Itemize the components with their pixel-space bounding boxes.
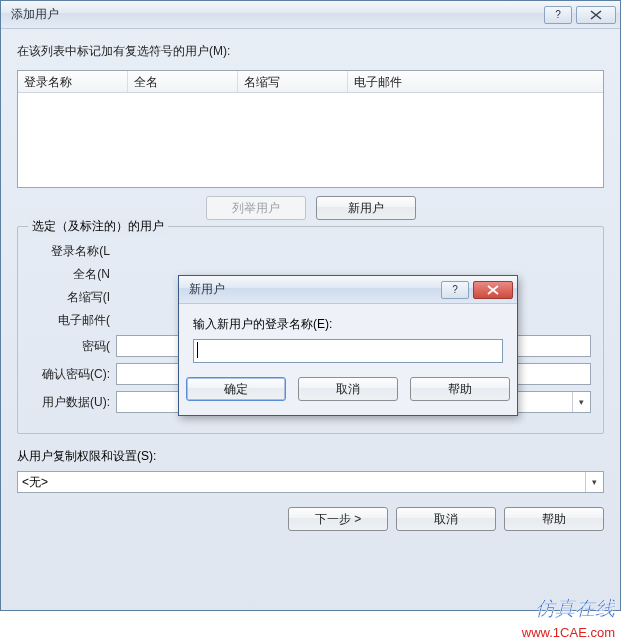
modal-help-button[interactable]: 帮助: [410, 377, 510, 401]
next-button[interactable]: 下一步 >: [288, 507, 388, 531]
new-user-button[interactable]: 新用户: [316, 196, 416, 220]
help-icon[interactable]: ?: [544, 6, 572, 24]
table-header: 登录名称 全名 名缩写 电子邮件: [18, 71, 603, 93]
watermark-url: www.1CAE.com: [522, 625, 615, 640]
group-legend: 选定（及标注的）的用户: [28, 218, 168, 235]
password-label: 密码(: [30, 338, 116, 355]
login-name-input[interactable]: [193, 339, 503, 363]
email-label: 电子邮件(: [30, 312, 116, 329]
list-users-button[interactable]: 列举用户: [206, 196, 306, 220]
col-email[interactable]: 电子邮件: [348, 71, 603, 92]
abbr-label: 名缩写(I: [30, 289, 116, 306]
user-table: 登录名称 全名 名缩写 电子邮件: [17, 70, 604, 188]
modal-titlebar: 新用户 ?: [179, 276, 517, 304]
close-icon[interactable]: [576, 6, 616, 24]
chevron-down-icon[interactable]: ▾: [572, 392, 590, 412]
chevron-down-icon[interactable]: ▾: [585, 472, 603, 492]
copy-from-label: 从用户复制权限和设置(S):: [17, 448, 604, 465]
help-button[interactable]: 帮助: [504, 507, 604, 531]
modal-help-icon[interactable]: ?: [441, 281, 469, 299]
main-title: 添加用户: [5, 6, 544, 23]
col-abbr[interactable]: 名缩写: [238, 71, 348, 92]
cancel-button[interactable]: 取消: [396, 507, 496, 531]
confirm-password-label: 确认密码(C):: [30, 366, 116, 383]
fullname-label: 全名(N: [30, 266, 116, 283]
modal-prompt: 输入新用户的登录名称(E):: [193, 316, 503, 333]
ok-button[interactable]: 确定: [186, 377, 286, 401]
copy-from-combo[interactable]: [17, 471, 604, 493]
new-user-modal: 新用户 ? 输入新用户的登录名称(E): 确定 取消 帮助: [178, 275, 518, 416]
watermark-text: 仿真在线: [535, 595, 615, 622]
main-titlebar: 添加用户 ?: [1, 1, 620, 29]
userdata-label: 用户数据(U):: [30, 394, 116, 411]
modal-cancel-button[interactable]: 取消: [298, 377, 398, 401]
col-login[interactable]: 登录名称: [18, 71, 128, 92]
modal-close-icon[interactable]: [473, 281, 513, 299]
login-label: 登录名称(L: [30, 243, 116, 260]
table-rows[interactable]: [18, 93, 603, 187]
instruction-label: 在该列表中标记加有复选符号的用户(M):: [17, 43, 604, 60]
modal-title: 新用户: [183, 281, 441, 298]
col-full[interactable]: 全名: [128, 71, 238, 92]
